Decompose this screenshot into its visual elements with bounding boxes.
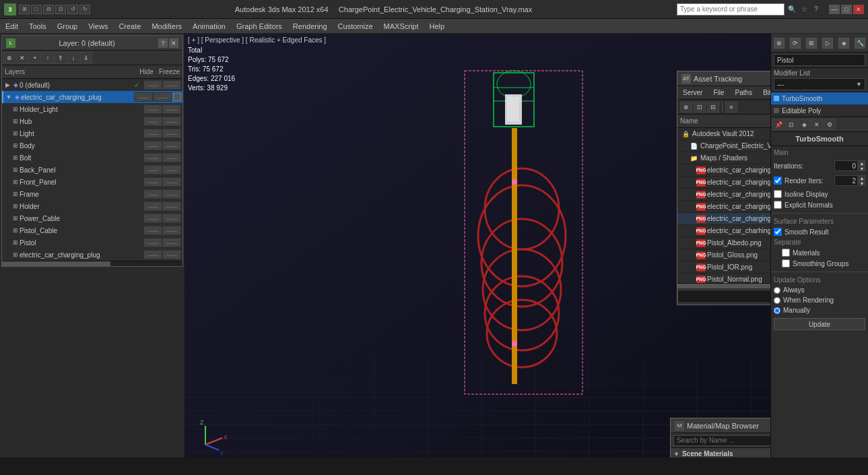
- layer-item-light[interactable]: ⊞ Light —— ——: [2, 127, 182, 139]
- layers-tool-7[interactable]: ⇓: [80, 52, 92, 64]
- layers-tool-2[interactable]: ✕: [16, 52, 28, 64]
- render-iters-down[interactable]: ▼: [859, 181, 865, 186]
- layers-help-btn[interactable]: ?: [158, 38, 168, 48]
- layer-item-holder-light[interactable]: ⊞ Holder_Light —— ——: [2, 103, 182, 115]
- layer-hide-btn[interactable]: ——: [134, 92, 153, 102]
- layer-hide-btn[interactable]: ——: [143, 129, 162, 138]
- layer-freeze-btn[interactable]: ——: [162, 104, 181, 114]
- viewport[interactable]: [ + ] [ Perspective ] [ Realistic + Edge…: [185, 34, 770, 457]
- iterations-spinner[interactable]: ▲ ▼: [859, 160, 865, 171]
- asset-menu-paths[interactable]: Paths: [730, 88, 758, 98]
- menu-help[interactable]: Help: [424, 19, 450, 33]
- asset-row-png-3[interactable]: PNG electric_car_charging_plug_IOR.png F…: [677, 189, 770, 201]
- smooth-result-checkbox[interactable]: [774, 228, 782, 236]
- layer-item-electric[interactable]: ▼ ◈ electric_car_charging_plug —— ——: [2, 91, 182, 103]
- layer-item-pistol-cable[interactable]: ⊞ Pistol_Cable —— ——: [2, 224, 182, 236]
- material-search-input[interactable]: [673, 435, 770, 446]
- radio-always[interactable]: [774, 287, 780, 294]
- layers-tool-5[interactable]: ⇑: [55, 52, 67, 64]
- minimize-btn[interactable]: —: [829, 5, 840, 14]
- materials-checkbox[interactable]: [782, 249, 790, 257]
- menu-create[interactable]: Create: [113, 19, 146, 33]
- title-icon-1[interactable]: ⊞: [19, 5, 30, 14]
- close-btn[interactable]: ✕: [853, 5, 864, 14]
- layer-freeze-btn[interactable]: ——: [162, 250, 181, 259]
- scene-materials-header[interactable]: ▼ Scene Materials: [671, 448, 770, 457]
- menu-group[interactable]: Group: [52, 19, 84, 33]
- layer-freeze-btn[interactable]: ——: [162, 153, 181, 162]
- layer-hide-btn[interactable]: ——: [143, 117, 162, 126]
- layers-close-btn[interactable]: ✕: [169, 38, 178, 48]
- layer-freeze-btn[interactable]: ——: [153, 92, 172, 102]
- layer-item-holder[interactable]: ⊞ Holder —— ——: [2, 200, 182, 212]
- asset-tracking-titlebar[interactable]: AT Asset Tracking — □ ✕: [677, 71, 770, 86]
- layer-item-power-cable[interactable]: ⊞ Power_Cable —— ——: [2, 212, 182, 224]
- title-icon-4[interactable]: ⊡: [55, 5, 66, 14]
- layer-item-bolt[interactable]: ⊞ Bolt —— ——: [2, 152, 182, 164]
- layer-hide-btn[interactable]: ——: [143, 165, 162, 175]
- menu-views[interactable]: Views: [83, 19, 113, 33]
- layers-tool-3[interactable]: +: [29, 52, 41, 64]
- layer-freeze-btn[interactable]: ——: [162, 189, 181, 199]
- menu-modifiers[interactable]: Modifiers: [146, 19, 187, 33]
- layer-hide-btn[interactable]: ——: [143, 214, 162, 223]
- iterations-input[interactable]: [834, 160, 858, 171]
- cmd-display-icon[interactable]: ◈: [838, 38, 849, 49]
- modifier-stack-editpoly[interactable]: Editable Poly: [771, 104, 868, 117]
- radio-manually-label[interactable]: Manually: [774, 307, 865, 314]
- asset-tool-2[interactable]: ⊡: [694, 102, 706, 113]
- layer-hide-btn[interactable]: ——: [143, 141, 162, 150]
- layer-freeze-btn[interactable]: ——: [162, 238, 181, 247]
- layer-item-front-panel[interactable]: ⊞ Front_Panel —— ——: [2, 176, 182, 188]
- radio-rendering-label[interactable]: When Rendering: [774, 296, 865, 304]
- layer-freeze-btn[interactable]: ——: [162, 117, 181, 126]
- cmd-modify-icon[interactable]: ⟳: [790, 38, 801, 49]
- smooth-result-label[interactable]: Smooth Result: [774, 228, 865, 236]
- modifier-stack-turbosm[interactable]: TurboSmooth: [771, 92, 868, 104]
- layer-item-back-panel[interactable]: ⊞ Back_Panel —— ——: [2, 164, 182, 176]
- layer-hide-btn[interactable]: ——: [143, 238, 162, 247]
- update-button[interactable]: Update: [774, 318, 865, 330]
- asset-menu-bitmap[interactable]: Bitmap Performance and Memory: [758, 88, 770, 98]
- menu-edit[interactable]: Edit: [0, 19, 24, 33]
- asset-row-png-2[interactable]: PNG electric_car_charging_plug_Gloss.png…: [677, 177, 770, 189]
- asset-menu-file[interactable]: File: [708, 88, 729, 98]
- layers-tool-1[interactable]: ⊕: [3, 52, 15, 64]
- help-btn[interactable]: ?: [811, 5, 821, 14]
- layers-col-freeze[interactable]: Freeze: [159, 68, 180, 75]
- layer-freeze-btn[interactable]: ——: [162, 129, 181, 138]
- radio-manually[interactable]: [774, 307, 780, 314]
- layer-freeze-btn[interactable]: ——: [162, 165, 181, 175]
- layer-hide-btn[interactable]: ——: [143, 177, 162, 187]
- asset-scrollbar[interactable]: [677, 283, 770, 288]
- show-end-btn[interactable]: ⊡: [785, 119, 797, 130]
- layers-tool-4[interactable]: ↑: [42, 52, 54, 64]
- radio-when-rendering[interactable]: [774, 297, 780, 304]
- render-iters-checkbox[interactable]: [774, 177, 782, 185]
- render-iters-input[interactable]: [834, 175, 858, 186]
- cmd-create-icon[interactable]: ⊕: [774, 38, 784, 49]
- title-icon-2[interactable]: □: [31, 5, 42, 14]
- asset-row-png-1[interactable]: PNG electric_car_charging_plug_Albedo.pn…: [677, 164, 770, 177]
- layer-hide-btn[interactable]: ——: [143, 189, 162, 199]
- cmd-utilities-icon[interactable]: 🔧: [855, 38, 865, 49]
- menu-graph-editors[interactable]: Graph Editors: [231, 19, 288, 33]
- materials-label[interactable]: Materials: [774, 249, 865, 257]
- layer-item-body[interactable]: ⊞ Body —— ——: [2, 139, 182, 152]
- modifier-list-dropdown[interactable]: --- ▼: [774, 78, 865, 90]
- remove-modifier-btn[interactable]: ✕: [811, 119, 823, 130]
- title-icon-5[interactable]: ↺: [67, 5, 78, 14]
- pin-stack-btn[interactable]: 📌: [772, 119, 784, 130]
- asset-row-maps[interactable]: 📁 Maps / Shaders: [677, 152, 770, 164]
- asset-path-input[interactable]: [677, 290, 770, 303]
- layer-freeze-btn[interactable]: ——: [162, 80, 181, 90]
- title-icon-3[interactable]: ⊟: [43, 5, 54, 14]
- layer-freeze-btn[interactable]: ——: [162, 214, 181, 223]
- asset-tool-3[interactable]: ⊟: [707, 102, 719, 113]
- layer-freeze-btn[interactable]: ——: [162, 226, 181, 235]
- menu-tools[interactable]: Tools: [24, 19, 52, 33]
- asset-row-file[interactable]: 📄 ChargePoint_Electric_Vehicle_Charging_…: [677, 140, 770, 152]
- layers-scrollbar[interactable]: [2, 261, 182, 266]
- menu-animation[interactable]: Animation: [187, 19, 231, 33]
- asset-row-png-6[interactable]: PNG electric_car_charhing_plug_Light_Opa…: [677, 225, 770, 237]
